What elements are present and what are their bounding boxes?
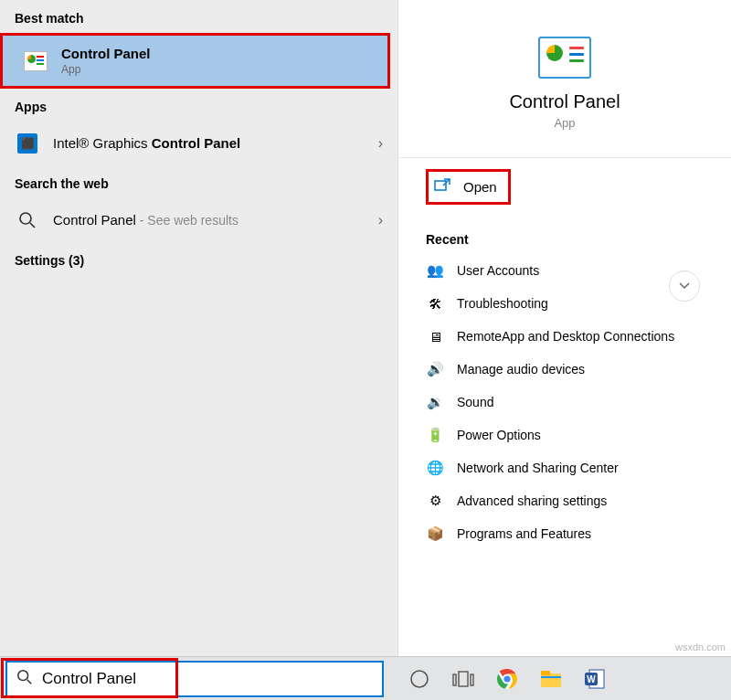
chevron-right-icon: › <box>378 135 383 152</box>
recent-item-icon: 🔊 <box>426 360 444 378</box>
task-view-button[interactable] <box>450 665 477 693</box>
best-match-title: Control Panel <box>61 45 373 63</box>
app-hero-icon <box>538 37 591 79</box>
recent-item-label: User Accounts <box>457 263 539 278</box>
recent-item[interactable]: 🔉Sound <box>398 386 731 419</box>
recent-item-icon: 👥 <box>426 261 444 280</box>
recent-item-label: Manage audio devices <box>457 362 585 377</box>
recent-item[interactable]: 🔋Power Options <box>398 419 731 451</box>
recent-item-icon: 🖥 <box>426 327 444 345</box>
open-label: Open <box>463 179 497 195</box>
recent-item[interactable]: 🖥RemoteApp and Desktop Connections <box>398 320 731 353</box>
svg-rect-7 <box>453 674 456 685</box>
control-panel-icon <box>23 48 48 74</box>
app-hero-title: Control Panel <box>398 91 731 112</box>
svg-point-4 <box>18 670 28 680</box>
recent-item[interactable]: ⚙Advanced sharing settings <box>398 484 731 517</box>
app-result-title: Intel® Graphics Control Panel <box>53 134 366 153</box>
recent-item-label: Troubleshooting <box>457 296 548 311</box>
intel-icon: ⬛ <box>15 131 40 156</box>
search-icon <box>15 207 40 233</box>
web-result-title: Control Panel - See web results <box>53 211 366 229</box>
recent-item-label: RemoteApp and Desktop Connections <box>457 329 674 344</box>
recent-item-label: Network and Sharing Center <box>457 461 619 475</box>
web-header: Search the web <box>0 165 397 198</box>
recent-item-icon: 🛠 <box>426 294 444 313</box>
recent-item-icon: 🔋 <box>426 426 444 444</box>
taskbar: W <box>0 656 731 700</box>
recent-item-label: Advanced sharing settings <box>457 493 607 508</box>
svg-line-1 <box>30 223 35 228</box>
recent-item-label: Sound <box>457 395 493 409</box>
settings-header[interactable]: Settings (3) <box>0 242 397 275</box>
svg-rect-13 <box>541 673 561 687</box>
svg-rect-2 <box>435 181 446 190</box>
web-result[interactable]: Control Panel - See web results › <box>0 198 397 242</box>
svg-rect-9 <box>471 674 473 685</box>
recent-item[interactable]: 🔊Manage audio devices <box>398 353 731 386</box>
apps-header: Apps <box>0 89 397 122</box>
results-pane: Best match Control Panel App Apps ⬛ Inte… <box>0 0 398 656</box>
svg-rect-15 <box>541 676 561 678</box>
recent-item-label: Programs and Features <box>457 526 591 541</box>
recent-item[interactable]: 📦Programs and Features <box>398 517 731 550</box>
svg-rect-8 <box>459 672 468 686</box>
search-input[interactable] <box>42 670 373 688</box>
svg-point-0 <box>20 213 31 224</box>
watermark: wsxdn.com <box>675 642 726 652</box>
recent-item-icon: 🔉 <box>426 393 444 411</box>
word-button[interactable]: W <box>581 665 609 693</box>
best-match-header: Best match <box>0 0 397 33</box>
best-match-result[interactable]: Control Panel App <box>0 33 390 89</box>
best-match-sub: App <box>61 63 373 78</box>
recent-item-icon: 📦 <box>426 525 444 543</box>
chevron-right-icon: › <box>378 212 383 228</box>
taskbar-search[interactable] <box>5 661 384 697</box>
recent-item[interactable]: 🌐Network and Sharing Center <box>398 451 731 484</box>
open-action[interactable]: Open <box>398 158 731 216</box>
recent-item-icon: ⚙ <box>426 492 444 510</box>
open-icon <box>434 177 450 196</box>
recent-item-icon: 🌐 <box>426 459 444 477</box>
recent-item-label: Power Options <box>457 428 541 442</box>
svg-line-5 <box>27 679 32 684</box>
details-pane: Control Panel App Open Recent 👥User Acco… <box>398 0 731 656</box>
search-icon <box>16 669 33 689</box>
explorer-button[interactable] <box>537 665 565 693</box>
chrome-button[interactable] <box>493 665 521 693</box>
svg-point-6 <box>411 671 428 687</box>
svg-rect-14 <box>541 671 550 675</box>
svg-text:W: W <box>587 674 596 684</box>
app-result-intel[interactable]: ⬛ Intel® Graphics Control Panel › <box>0 122 397 165</box>
cortana-button[interactable] <box>406 665 433 693</box>
recent-header: Recent <box>398 216 731 254</box>
app-hero-sub: App <box>398 116 731 130</box>
expand-button[interactable] <box>669 270 700 302</box>
